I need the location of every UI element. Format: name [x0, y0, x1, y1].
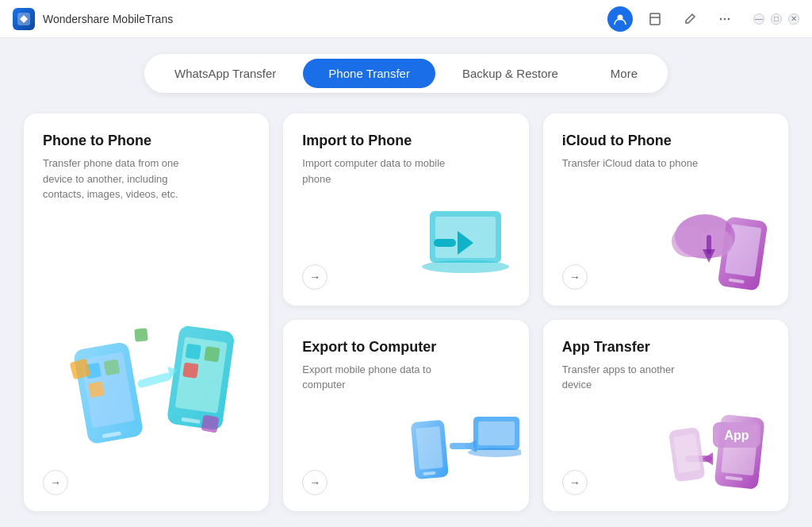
card-phone-to-phone-desc: Transfer phone data from one device to a… [43, 156, 186, 202]
tab-whatsapp-transfer[interactable]: WhatsApp Transfer [149, 59, 301, 88]
card-export-title: Export to Computer [302, 339, 509, 356]
card-icloud-desc: Transfer iCloud data to phone [562, 156, 705, 171]
svg-text:App: App [724, 429, 749, 442]
card-app-arrow[interactable]: → [562, 470, 588, 495]
icloud-illustration [669, 191, 780, 298]
card-phone-to-phone[interactable]: Phone to Phone Transfer phone data from … [24, 113, 269, 511]
svg-rect-37 [416, 426, 442, 469]
svg-rect-11 [88, 381, 105, 398]
user-avatar-button[interactable] [607, 6, 633, 32]
svg-rect-15 [185, 344, 201, 360]
card-export-desc: Export mobile phone data to computer [302, 362, 445, 393]
close-button[interactable]: ✕ [788, 13, 799, 25]
card-app-transfer[interactable]: App Transfer Transfer apps to another de… [543, 320, 788, 512]
card-phone-to-phone-title: Phone to Phone [43, 133, 250, 149]
edit-icon[interactable] [677, 6, 703, 32]
svg-rect-42 [478, 421, 515, 445]
card-phone-to-phone-arrow[interactable]: → [43, 470, 68, 495]
minimize-button[interactable]: — [753, 13, 764, 25]
svg-point-3 [720, 17, 722, 19]
svg-rect-16 [204, 346, 220, 362]
phone-to-phone-illustration [67, 313, 226, 464]
titlebar-right: — □ ✕ [607, 6, 799, 32]
svg-point-5 [728, 17, 730, 19]
app-icon [13, 8, 35, 30]
svg-rect-35 [707, 235, 711, 254]
card-export-to-computer[interactable]: Export to Computer Export mobile phone d… [283, 320, 528, 512]
titlebar-left: Wondershare MobileTrans [13, 8, 173, 30]
menu-icon[interactable] [712, 6, 737, 32]
nav-tabs: WhatsApp Transfer Phone Transfer Backup … [144, 54, 668, 93]
main-content: Phone to Phone Transfer phone data from … [0, 106, 812, 527]
card-import-to-phone[interactable]: Import to Phone Import computer data to … [283, 113, 528, 306]
titlebar: Wondershare MobileTrans [0, 0, 812, 38]
svg-point-25 [422, 260, 509, 273]
svg-rect-27 [434, 239, 456, 247]
card-app-desc: Transfer apps to another device [562, 362, 705, 393]
svg-point-4 [724, 17, 726, 19]
bookmark-icon[interactable] [642, 6, 668, 32]
card-export-arrow[interactable]: → [302, 470, 327, 495]
card-icloud-to-phone[interactable]: iCloud to Phone Transfer iCloud data to … [543, 113, 788, 306]
import-illustration [410, 191, 521, 298]
nav-area: WhatsApp Transfer Phone Transfer Backup … [0, 38, 812, 106]
card-import-desc: Import computer data to mobile phone [302, 156, 445, 187]
window-controls: — □ ✕ [753, 13, 799, 25]
svg-rect-40 [450, 443, 475, 449]
tab-more[interactable]: More [585, 59, 663, 88]
card-icloud-title: iCloud to Phone [562, 133, 769, 149]
svg-rect-17 [182, 362, 198, 378]
tab-backup-restore[interactable]: Backup & Restore [437, 59, 584, 88]
card-import-title: Import to Phone [302, 133, 509, 149]
card-import-arrow[interactable]: → [302, 264, 327, 290]
cards-grid: Phone to Phone Transfer phone data from … [24, 113, 788, 511]
export-illustration [410, 405, 521, 503]
card-app-title: App Transfer [562, 339, 769, 356]
svg-rect-2 [650, 13, 660, 25]
app-title: Wondershare MobileTrans [43, 13, 173, 25]
card-icloud-arrow[interactable]: → [562, 264, 588, 290]
svg-rect-18 [136, 371, 172, 388]
svg-rect-21 [201, 414, 219, 433]
svg-rect-22 [134, 328, 147, 341]
maximize-button[interactable]: □ [771, 13, 782, 25]
svg-rect-10 [103, 359, 120, 375]
tab-phone-transfer[interactable]: Phone Transfer [303, 59, 435, 88]
app-transfer-illustration: App [669, 405, 780, 503]
